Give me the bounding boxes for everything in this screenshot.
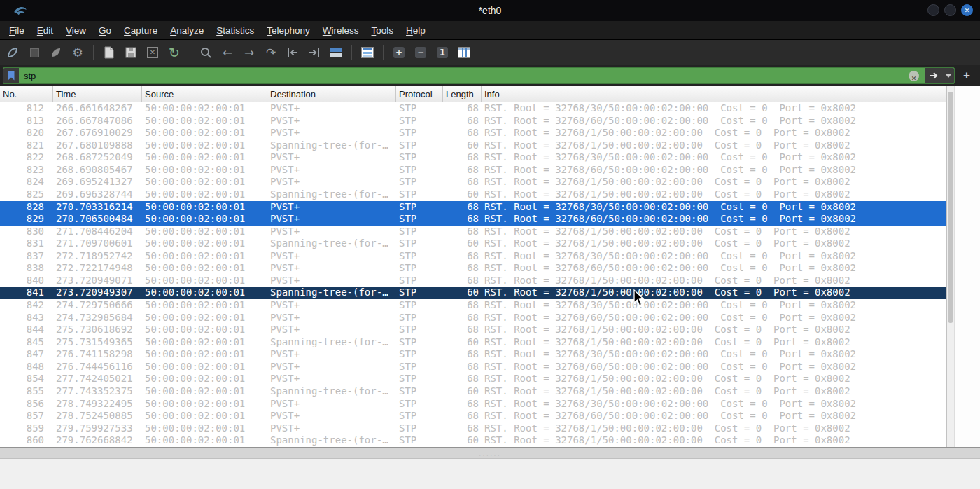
filter-dropdown-icon[interactable] (943, 68, 954, 83)
cell-dst: PVST+ (267, 275, 396, 287)
go-to-packet-icon[interactable]: ↷ (262, 44, 279, 61)
restart-capture-icon[interactable] (48, 44, 64, 61)
colorize-icon[interactable] (359, 44, 376, 61)
menu-file[interactable]: File (3, 22, 31, 39)
menu-help[interactable]: Help (400, 22, 432, 39)
maximize-button[interactable] (944, 4, 956, 16)
packet-row-847[interactable]: 847276.74115829850:00:00:02:00:01PVST+ST… (0, 348, 946, 361)
filter-input[interactable]: stp (19, 71, 909, 81)
column-header-length[interactable]: Length (443, 86, 482, 102)
reload-file-icon[interactable]: ↻ (166, 44, 183, 61)
column-header-source[interactable]: Source (142, 86, 267, 102)
filter-add-button[interactable]: + (955, 69, 979, 83)
cell-time: 277.742405021 (53, 373, 142, 385)
packet-row-823[interactable]: 823268.69080546750:00:00:02:00:01PVST+ST… (0, 164, 946, 177)
wireshark-fin-icon[interactable] (4, 44, 21, 61)
menu-wireless[interactable]: Wireless (316, 22, 365, 39)
cell-no: 820 (0, 127, 53, 139)
filter-apply-button[interactable] (925, 68, 943, 83)
packet-row-860[interactable]: 860279.76266884250:00:00:02:00:01Spannin… (0, 434, 946, 447)
close-file-icon[interactable]: ✕ (144, 44, 161, 61)
packet-row-828[interactable]: 828270.70331621450:00:00:02:00:01PVST+ST… (0, 201, 946, 214)
cell-src: 50:00:00:02:00:01 (142, 151, 267, 164)
cell-info: RST. Root = 32768/60/50:00:00:02:00:00 C… (482, 213, 946, 226)
packet-row-843[interactable]: 843274.73298568450:00:00:02:00:01PVST+ST… (0, 312, 946, 324)
menu-edit[interactable]: Edit (31, 22, 59, 39)
packet-row-813[interactable]: 813266.66784708650:00:00:02:00:01PVST+ST… (0, 115, 946, 128)
menu-telephony[interactable]: Telephony (260, 22, 316, 39)
stop-capture-icon[interactable] (26, 44, 43, 61)
minimize-button[interactable] (927, 4, 939, 16)
menu-capture[interactable]: Capture (118, 22, 164, 39)
zoom-out-icon[interactable]: − (412, 44, 429, 61)
resize-columns-icon[interactable] (456, 44, 472, 61)
menu-go[interactable]: Go (92, 22, 118, 39)
menu-statistics[interactable]: Statistics (210, 22, 260, 39)
packet-row-857[interactable]: 857278.75245088550:00:00:02:00:01PVST+ST… (0, 410, 946, 422)
cell-src: 50:00:00:02:00:01 (142, 250, 267, 263)
zoom-100-icon[interactable]: 1 (434, 44, 451, 61)
packet-row-820[interactable]: 820267.67691002950:00:00:02:00:01PVST+ST… (0, 127, 946, 139)
go-back-icon[interactable]: ← (219, 44, 236, 61)
packet-row-840[interactable]: 840273.72094907150:00:00:02:00:01PVST+ST… (0, 275, 946, 287)
packet-row-830[interactable]: 830271.70844620450:00:00:02:00:01PVST+ST… (0, 226, 946, 238)
go-first-icon[interactable] (284, 44, 301, 61)
column-header-no[interactable]: No. (0, 86, 53, 102)
auto-scroll-icon[interactable] (328, 44, 344, 61)
save-file-icon[interactable] (122, 44, 139, 61)
pane-splitter[interactable] (0, 447, 980, 458)
scrollbar-track[interactable] (947, 86, 954, 447)
packet-row-829[interactable]: 829270.70650048450:00:00:02:00:01PVST+ST… (0, 213, 946, 226)
packet-row-838[interactable]: 838272.72217494850:00:00:02:00:01PVST+ST… (0, 262, 946, 275)
go-forward-icon[interactable]: → (241, 44, 258, 61)
packet-row-845[interactable]: 845275.73154936550:00:00:02:00:01Spannin… (0, 336, 946, 349)
find-packet-icon[interactable] (197, 44, 214, 61)
cell-len: 68 (443, 422, 482, 435)
column-header-protocol[interactable]: Protocol (396, 86, 443, 102)
menubar: FileEditViewGoCaptureAnalyzeStatisticsTe… (0, 21, 980, 40)
packet-row-824[interactable]: 824269.69524132750:00:00:02:00:01PVST+ST… (0, 176, 946, 188)
packet-row-812[interactable]: 812266.66164826750:00:00:02:00:01PVST+ST… (0, 102, 946, 115)
packet-row-825[interactable]: 825269.69632874450:00:00:02:00:01Spannin… (0, 188, 946, 201)
packet-row-821[interactable]: 821267.68010988850:00:00:02:00:01Spannin… (0, 139, 946, 152)
cell-time: 274.729750666 (53, 299, 142, 312)
open-file-icon[interactable] (101, 44, 118, 61)
cell-info: RST. Root = 32768/60/50:00:00:02:00:00 C… (482, 164, 946, 177)
packet-row-855[interactable]: 855277.74335237550:00:00:02:00:01Spannin… (0, 385, 946, 398)
column-header-time[interactable]: Time (53, 86, 142, 102)
menu-analyze[interactable]: Analyze (164, 22, 210, 39)
cell-len: 60 (443, 434, 482, 447)
packet-row-854[interactable]: 854277.74240502150:00:00:02:00:01PVST+ST… (0, 373, 946, 385)
cell-time: 267.680109888 (53, 139, 142, 152)
packet-row-856[interactable]: 856278.74932249550:00:00:02:00:01PVST+ST… (0, 398, 946, 411)
column-header-info[interactable]: Info (482, 86, 946, 102)
scrollbar-thumb[interactable] (948, 92, 953, 323)
menu-view[interactable]: View (59, 22, 92, 39)
packet-row-841[interactable]: 841273.72094930750:00:00:02:00:01Spannin… (0, 287, 946, 299)
filter-bookmark-button[interactable] (4, 68, 19, 83)
packet-row-844[interactable]: 844275.73061869250:00:00:02:00:01PVST+ST… (0, 324, 946, 336)
cell-proto: STP (396, 213, 443, 226)
cell-info: RST. Root = 32768/1/50:00:00:02:00:00 Co… (482, 385, 946, 398)
packet-row-859[interactable]: 859279.75992753350:00:00:02:00:01PVST+ST… (0, 422, 946, 435)
cell-src: 50:00:00:02:00:01 (142, 226, 267, 238)
cell-src: 50:00:00:02:00:01 (142, 262, 267, 275)
packet-row-842[interactable]: 842274.72975066650:00:00:02:00:01PVST+ST… (0, 299, 946, 312)
capture-options-icon[interactable]: ⚙ (69, 44, 86, 61)
packet-row-837[interactable]: 837272.71895274250:00:00:02:00:01PVST+ST… (0, 250, 946, 263)
cell-dst: PVST+ (267, 151, 396, 164)
display-filter-field[interactable]: stp (3, 67, 955, 84)
cell-src: 50:00:00:02:00:01 (142, 139, 267, 152)
packet-row-848[interactable]: 848276.74445611650:00:00:02:00:01PVST+ST… (0, 361, 946, 373)
zoom-in-icon[interactable]: + (391, 44, 407, 61)
cell-dst: PVST+ (267, 373, 396, 385)
menu-tools[interactable]: Tools (365, 22, 400, 39)
packet-row-831[interactable]: 831271.70970060150:00:00:02:00:01Spannin… (0, 237, 946, 250)
filter-clear-icon[interactable] (909, 71, 919, 81)
titlebar: *eth0 (0, 0, 980, 21)
close-button[interactable] (961, 4, 973, 16)
go-last-icon[interactable] (306, 44, 323, 61)
splitter-handle-icon[interactable] (479, 451, 501, 460)
packet-row-822[interactable]: 822268.68725204950:00:00:02:00:01PVST+ST… (0, 151, 946, 164)
column-header-destination[interactable]: Destination (267, 86, 396, 102)
